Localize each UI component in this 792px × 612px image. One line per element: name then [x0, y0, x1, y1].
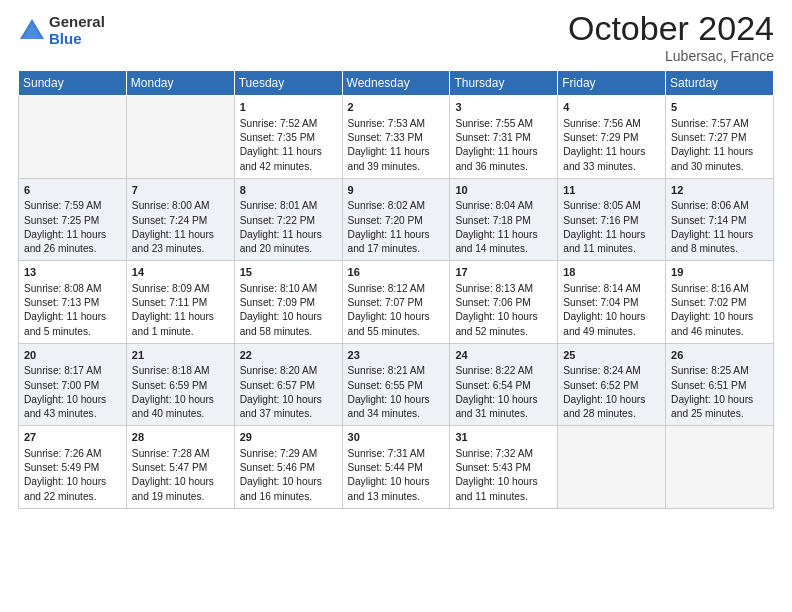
calendar-cell: 4Sunrise: 7:56 AMSunset: 7:29 PMDaylight…: [558, 96, 666, 179]
sunrise-text: Sunrise: 8:16 AM: [671, 282, 768, 296]
daylight-text: Daylight: 10 hours and 49 minutes.: [563, 310, 660, 339]
daylight-text: Daylight: 10 hours and 43 minutes.: [24, 393, 121, 422]
sunset-text: Sunset: 5:44 PM: [348, 461, 445, 475]
header-monday: Monday: [126, 71, 234, 96]
calendar-cell: 26Sunrise: 8:25 AMSunset: 6:51 PMDayligh…: [666, 343, 774, 426]
sunset-text: Sunset: 6:54 PM: [455, 379, 552, 393]
daylight-text: Daylight: 10 hours and 52 minutes.: [455, 310, 552, 339]
sunrise-text: Sunrise: 8:22 AM: [455, 364, 552, 378]
daylight-text: Daylight: 11 hours and 26 minutes.: [24, 228, 121, 257]
calendar-cell: [666, 426, 774, 509]
calendar-week-3: 13Sunrise: 8:08 AMSunset: 7:13 PMDayligh…: [19, 261, 774, 344]
sunrise-text: Sunrise: 8:10 AM: [240, 282, 337, 296]
day-number: 28: [132, 430, 229, 445]
sunset-text: Sunset: 7:27 PM: [671, 131, 768, 145]
calendar-cell: 29Sunrise: 7:29 AMSunset: 5:46 PMDayligh…: [234, 426, 342, 509]
calendar-cell: 30Sunrise: 7:31 AMSunset: 5:44 PMDayligh…: [342, 426, 450, 509]
daylight-text: Daylight: 11 hours and 39 minutes.: [348, 145, 445, 174]
sunset-text: Sunset: 6:57 PM: [240, 379, 337, 393]
day-number: 22: [240, 348, 337, 363]
logo-text: General Blue: [49, 14, 105, 47]
sunrise-text: Sunrise: 8:18 AM: [132, 364, 229, 378]
logo-icon: [18, 17, 46, 45]
day-number: 2: [348, 100, 445, 115]
calendar-cell: [19, 96, 127, 179]
day-number: 11: [563, 183, 660, 198]
daylight-text: Daylight: 10 hours and 16 minutes.: [240, 475, 337, 504]
sunrise-text: Sunrise: 7:52 AM: [240, 117, 337, 131]
sunrise-text: Sunrise: 8:09 AM: [132, 282, 229, 296]
calendar-cell: 12Sunrise: 8:06 AMSunset: 7:14 PMDayligh…: [666, 178, 774, 261]
sunset-text: Sunset: 7:20 PM: [348, 214, 445, 228]
location: Lubersac, France: [568, 48, 774, 64]
sunset-text: Sunset: 7:18 PM: [455, 214, 552, 228]
calendar-cell: 13Sunrise: 8:08 AMSunset: 7:13 PMDayligh…: [19, 261, 127, 344]
sunrise-text: Sunrise: 8:04 AM: [455, 199, 552, 213]
day-number: 26: [671, 348, 768, 363]
calendar-cell: 27Sunrise: 7:26 AMSunset: 5:49 PMDayligh…: [19, 426, 127, 509]
daylight-text: Daylight: 11 hours and 36 minutes.: [455, 145, 552, 174]
calendar-cell: 3Sunrise: 7:55 AMSunset: 7:31 PMDaylight…: [450, 96, 558, 179]
sunrise-text: Sunrise: 8:17 AM: [24, 364, 121, 378]
sunrise-text: Sunrise: 7:28 AM: [132, 447, 229, 461]
header-sunday: Sunday: [19, 71, 127, 96]
day-number: 8: [240, 183, 337, 198]
daylight-text: Daylight: 11 hours and 1 minute.: [132, 310, 229, 339]
daylight-text: Daylight: 10 hours and 46 minutes.: [671, 310, 768, 339]
day-number: 19: [671, 265, 768, 280]
daylight-text: Daylight: 10 hours and 55 minutes.: [348, 310, 445, 339]
sunrise-text: Sunrise: 8:20 AM: [240, 364, 337, 378]
sunset-text: Sunset: 6:52 PM: [563, 379, 660, 393]
daylight-text: Daylight: 10 hours and 34 minutes.: [348, 393, 445, 422]
sunrise-text: Sunrise: 8:00 AM: [132, 199, 229, 213]
daylight-text: Daylight: 10 hours and 13 minutes.: [348, 475, 445, 504]
sunrise-text: Sunrise: 7:53 AM: [348, 117, 445, 131]
sunset-text: Sunset: 7:04 PM: [563, 296, 660, 310]
daylight-text: Daylight: 11 hours and 8 minutes.: [671, 228, 768, 257]
sunrise-text: Sunrise: 7:57 AM: [671, 117, 768, 131]
sunrise-text: Sunrise: 8:21 AM: [348, 364, 445, 378]
logo: General Blue: [18, 14, 105, 47]
daylight-text: Daylight: 11 hours and 30 minutes.: [671, 145, 768, 174]
title-block: October 2024 Lubersac, France: [568, 10, 774, 64]
calendar-cell: 16Sunrise: 8:12 AMSunset: 7:07 PMDayligh…: [342, 261, 450, 344]
sunrise-text: Sunrise: 8:12 AM: [348, 282, 445, 296]
calendar-cell: 25Sunrise: 8:24 AMSunset: 6:52 PMDayligh…: [558, 343, 666, 426]
day-number: 7: [132, 183, 229, 198]
day-number: 27: [24, 430, 121, 445]
calendar-header-row: Sunday Monday Tuesday Wednesday Thursday…: [19, 71, 774, 96]
day-number: 23: [348, 348, 445, 363]
sunrise-text: Sunrise: 7:55 AM: [455, 117, 552, 131]
sunrise-text: Sunrise: 8:08 AM: [24, 282, 121, 296]
calendar-week-5: 27Sunrise: 7:26 AMSunset: 5:49 PMDayligh…: [19, 426, 774, 509]
sunrise-text: Sunrise: 8:25 AM: [671, 364, 768, 378]
calendar-cell: 15Sunrise: 8:10 AMSunset: 7:09 PMDayligh…: [234, 261, 342, 344]
calendar-week-2: 6Sunrise: 7:59 AMSunset: 7:25 PMDaylight…: [19, 178, 774, 261]
calendar-cell: [126, 96, 234, 179]
day-number: 4: [563, 100, 660, 115]
day-number: 9: [348, 183, 445, 198]
sunset-text: Sunset: 7:13 PM: [24, 296, 121, 310]
sunrise-text: Sunrise: 8:02 AM: [348, 199, 445, 213]
daylight-text: Daylight: 10 hours and 11 minutes.: [455, 475, 552, 504]
daylight-text: Daylight: 11 hours and 17 minutes.: [348, 228, 445, 257]
calendar-cell: 22Sunrise: 8:20 AMSunset: 6:57 PMDayligh…: [234, 343, 342, 426]
sunset-text: Sunset: 7:16 PM: [563, 214, 660, 228]
day-number: 18: [563, 265, 660, 280]
sunset-text: Sunset: 6:51 PM: [671, 379, 768, 393]
sunset-text: Sunset: 6:59 PM: [132, 379, 229, 393]
calendar-cell: 24Sunrise: 8:22 AMSunset: 6:54 PMDayligh…: [450, 343, 558, 426]
sunset-text: Sunset: 7:00 PM: [24, 379, 121, 393]
calendar-cell: 9Sunrise: 8:02 AMSunset: 7:20 PMDaylight…: [342, 178, 450, 261]
calendar-cell: 23Sunrise: 8:21 AMSunset: 6:55 PMDayligh…: [342, 343, 450, 426]
sunset-text: Sunset: 5:43 PM: [455, 461, 552, 475]
sunset-text: Sunset: 7:14 PM: [671, 214, 768, 228]
calendar-cell: 5Sunrise: 7:57 AMSunset: 7:27 PMDaylight…: [666, 96, 774, 179]
day-number: 13: [24, 265, 121, 280]
sunrise-text: Sunrise: 7:59 AM: [24, 199, 121, 213]
calendar-week-1: 1Sunrise: 7:52 AMSunset: 7:35 PMDaylight…: [19, 96, 774, 179]
sunset-text: Sunset: 6:55 PM: [348, 379, 445, 393]
page: General Blue October 2024 Lubersac, Fran…: [0, 0, 792, 612]
daylight-text: Daylight: 11 hours and 11 minutes.: [563, 228, 660, 257]
calendar-cell: 21Sunrise: 8:18 AMSunset: 6:59 PMDayligh…: [126, 343, 234, 426]
